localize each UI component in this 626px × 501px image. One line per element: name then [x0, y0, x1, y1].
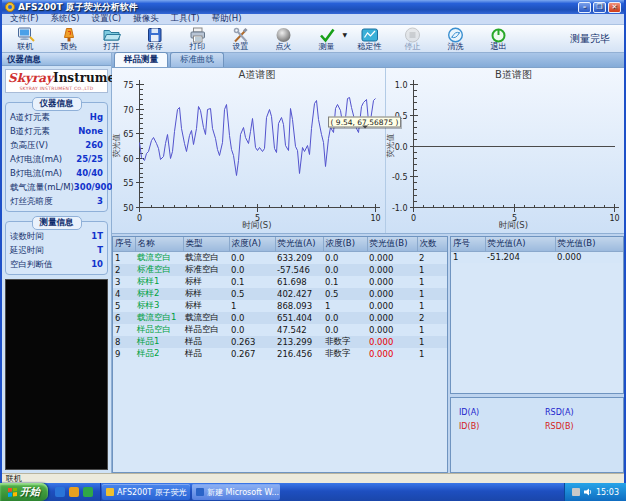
sample-table-header-7[interactable]: 荧光值(B): [367, 237, 417, 252]
reading-table: 序号荧光值(A)荧光值(B) 1-51.2040.000: [451, 237, 624, 263]
sample-table-row-5[interactable]: 5标样3标样1868.09310.0001: [113, 300, 448, 312]
sample-cell: 标样: [183, 276, 229, 288]
toolbar-button-stability[interactable]: 稳定性: [348, 25, 391, 52]
sample-cell: 0.267: [229, 348, 275, 360]
maximize-button[interactable]: ❐: [593, 2, 606, 13]
chart-a[interactable]: A道谱图荧光值5055606570750510时间(S)( 9.54, 67.5…: [112, 68, 385, 233]
menu-item-4[interactable]: 摄像头: [127, 13, 165, 25]
sample-cell: 0.0: [229, 312, 275, 324]
toolbar-button-exit[interactable]: 退出: [477, 25, 520, 52]
minimize-button[interactable]: –: [578, 2, 591, 13]
taskbar-task-2[interactable]: 新建 Microsoft W...: [192, 484, 280, 500]
instrument-field-value-6: 300/900: [74, 182, 113, 194]
sample-table-header-1[interactable]: 序号: [113, 237, 135, 252]
menu-item-1[interactable]: 文件(F): [4, 13, 45, 25]
reading-table-header-1[interactable]: 序号: [451, 237, 485, 252]
menu-bar: 文件(F)系统(S)设置(C)摄像头工具(T)帮助(H): [2, 14, 624, 25]
toolbar-buttons: 联机预热打开保存打印设置点火▼测量稳定性停止清洗退出: [4, 25, 520, 52]
svg-text:A道谱图: A道谱图: [239, 69, 276, 80]
sample-table-header-5[interactable]: 荧光值(A): [275, 237, 323, 252]
svg-text:时间(S): 时间(S): [499, 220, 528, 230]
sample-cell: 样品空白: [135, 324, 183, 336]
ignite-icon: [275, 27, 293, 43]
svg-text:70: 70: [123, 106, 133, 115]
toolbar-button-save[interactable]: 保存: [133, 25, 176, 52]
sample-table-row-2[interactable]: 2标准空白标准空白0.0-57.5460.00.0001: [113, 264, 448, 276]
reading-table-row-1[interactable]: 1-51.2040.000: [451, 252, 624, 263]
measure-field-row-1: 读数时间1T: [8, 230, 105, 244]
toolbar-button-print[interactable]: 打印: [176, 25, 219, 52]
sample-table-row-8[interactable]: 8样品1样品0.263213.299非数字0.0001: [113, 336, 448, 348]
toolbar-label-stop: 停止: [405, 43, 421, 51]
sample-cell: 标准空白: [135, 264, 183, 276]
tab-standard-curve[interactable]: 标准曲线: [170, 52, 224, 67]
reading-table-header-2[interactable]: 荧光值(A): [485, 237, 555, 252]
volume-icon[interactable]: [584, 488, 592, 496]
toolbar-label-exit: 退出: [491, 43, 507, 51]
sample-table-header-3[interactable]: 类型: [183, 237, 229, 252]
instrument-field-value-5: 40/40: [76, 168, 103, 180]
sample-cell: 载流空白: [183, 312, 229, 324]
sample-cell: 1: [417, 264, 448, 276]
sample-table-row-7[interactable]: 7样品空白样品空白0.047.5420.00.0001: [113, 324, 448, 336]
toolbar-button-ignite[interactable]: 点火: [262, 25, 305, 52]
reading-table-header-3[interactable]: 荧光值(B): [555, 237, 624, 252]
sample-cell: 216.456: [275, 348, 323, 360]
chart-b[interactable]: B道谱图荧光值-1.0-0.50.00.51.00510时间(S): [385, 68, 624, 233]
clock[interactable]: 15:03: [596, 488, 619, 497]
sample-table-header-8[interactable]: 次数: [417, 237, 448, 252]
svg-text:10: 10: [609, 214, 619, 223]
menu-item-5[interactable]: 工具(T): [165, 13, 206, 25]
toolbar-label-print: 打印: [190, 43, 206, 51]
taskbar-task-label-2: 新建 Microsoft W...: [207, 487, 279, 498]
sample-table-row-3[interactable]: 3标样1标样0.161.6980.10.0001: [113, 276, 448, 288]
sample-cell: 1: [417, 336, 448, 348]
sample-cell: 1: [417, 288, 448, 300]
sample-cell: 标准空白: [183, 264, 229, 276]
instrument-field-value-1: Hg: [90, 112, 103, 124]
sample-cell: 2: [417, 252, 448, 265]
quicklaunch-icon-1[interactable]: [55, 487, 65, 497]
sample-cell: 2: [113, 264, 135, 276]
tray-device-icon[interactable]: [572, 488, 580, 496]
menu-item-6[interactable]: 帮助(H): [205, 13, 247, 25]
instrument-info-group-title: 仪器信息: [32, 97, 82, 111]
close-button[interactable]: ✕: [608, 2, 621, 13]
sample-cell: 5: [113, 300, 135, 312]
toolbar-label-measure: 测量: [319, 43, 335, 51]
toolbar-button-preheat[interactable]: 预热: [47, 25, 90, 52]
reading-table-panel: 序号荧光值(A)荧光值(B) 1-51.2040.000: [450, 236, 624, 394]
tab-sample-measure[interactable]: 样品测量: [114, 52, 168, 67]
quicklaunch-icon-2[interactable]: [69, 487, 79, 497]
instrument-field-label-3: 负高压(V): [10, 140, 48, 152]
instrument-info-fields: A道灯元素HgB道灯元素None负高压(V)260A灯电流(mA)25/25B灯…: [8, 111, 105, 209]
toolbar-button-online[interactable]: 联机: [4, 25, 47, 52]
sample-table-row-4[interactable]: 4标样2标样0.5402.4270.50.0001: [113, 288, 448, 300]
sample-table-row-9[interactable]: 9样品2样品0.267216.456非数字0.0001: [113, 348, 448, 360]
brand-subtitle: SKYRAY INSTRUMENT CO.,LTD: [8, 86, 105, 91]
menu-item-2[interactable]: 系统(S): [45, 13, 86, 25]
taskbar-task-1[interactable]: AFS200T 原子荧光: [102, 484, 190, 500]
sidebar-body: SkyrayInstrument SKYRAY INSTRUMENT CO.,L…: [2, 66, 111, 473]
toolbar-label-online: 联机: [18, 43, 34, 51]
sample-cell: 633.209: [275, 252, 323, 265]
sample-table-header-6[interactable]: 浓度(B): [323, 237, 367, 252]
sample-cell: 6: [113, 312, 135, 324]
toolbar-button-measure[interactable]: ▼测量: [305, 25, 348, 52]
menu-item-3[interactable]: 设置(C): [86, 13, 128, 25]
dropdown-arrow-icon[interactable]: ▼: [342, 32, 347, 38]
toolbar-button-settings[interactable]: 设置: [219, 25, 262, 52]
quicklaunch-icon-3[interactable]: [83, 487, 93, 497]
sample-cell: 样品: [183, 348, 229, 360]
toolbar-button-stop: 停止: [391, 25, 434, 52]
app-icon: [5, 2, 15, 12]
sample-table-header-4[interactable]: 浓度(A): [229, 237, 275, 252]
toolbar-button-clean[interactable]: 清洗: [434, 25, 477, 52]
sample-table-row-6[interactable]: 6载流空白1载流空白0.0651.4040.00.0002: [113, 312, 448, 324]
sample-cell: 标样3: [135, 300, 183, 312]
toolbar-button-open[interactable]: 打开: [90, 25, 133, 52]
sample-table-header-2[interactable]: 名称: [135, 237, 183, 252]
start-button[interactable]: 开始: [0, 483, 48, 501]
sample-table-row-1[interactable]: 1载流空白载流空白0.0633.2090.00.0002: [113, 252, 448, 265]
stability-icon: [361, 27, 379, 43]
